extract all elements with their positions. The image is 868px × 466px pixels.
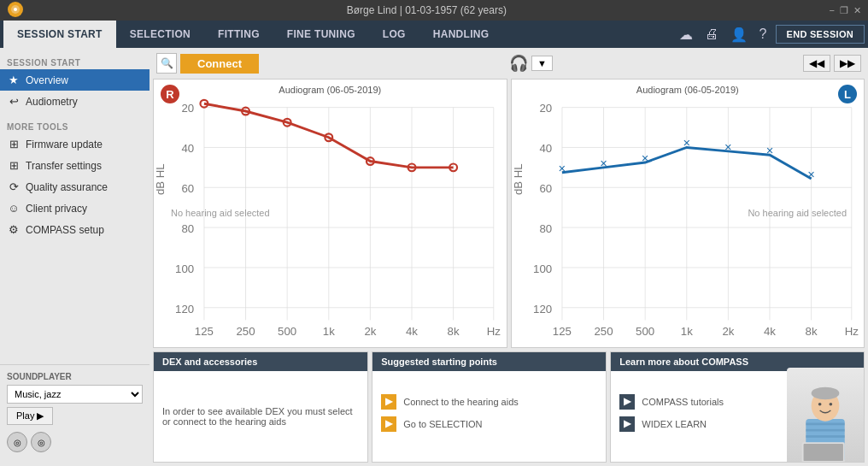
sound-player-select[interactable]: Music, jazz Speech Noise xyxy=(7,385,143,404)
svg-text:40: 40 xyxy=(181,142,194,155)
next-arrow-button[interactable]: ▶▶ xyxy=(834,55,861,72)
hearing-aid-dropdown[interactable]: ▼ xyxy=(531,56,553,71)
svg-text:80: 80 xyxy=(181,222,194,235)
svg-text:×: × xyxy=(558,162,566,175)
audiometry-icon: ↩ xyxy=(7,95,21,108)
right-no-ha-label: No hearing aid selected xyxy=(171,208,270,218)
privacy-icon: ☺ xyxy=(7,202,21,215)
svg-text:250: 250 xyxy=(594,325,613,338)
sidebar-item-audiometry[interactable]: ↩ Audiometry xyxy=(0,91,150,112)
left-audiogram-svg: 20 40 60 80 100 120 dB HL 125 250 500 1k… xyxy=(512,95,865,345)
audiograms-container: R Audiogram (06-05-2019) No hearing aid … xyxy=(153,79,865,348)
close-button[interactable]: ✕ xyxy=(853,5,861,16)
nav-bar: SESSION START SELECTION FITTING FINE TUN… xyxy=(0,21,868,48)
user-icon[interactable]: 👤 xyxy=(727,25,751,44)
main-area: SESSION START ★ Overview ↩ Audiometry MO… xyxy=(0,48,868,466)
hearing-aid-icon: 🎧 xyxy=(509,54,528,73)
svg-text:Hz: Hz xyxy=(487,325,501,338)
end-session-button[interactable]: END SESSION xyxy=(776,25,865,44)
left-ear-badge: L xyxy=(838,85,857,103)
dex-panel-body: In order to see available DEX you must s… xyxy=(154,371,367,462)
firmware-icon: ⊞ xyxy=(7,138,21,150)
suggested-item-selection-label: Go to SELECTION xyxy=(403,419,482,429)
svg-point-81 xyxy=(818,403,822,406)
cloud-icon[interactable]: ☁ xyxy=(676,25,696,44)
sidebar-item-privacy[interactable]: ☺ Client privacy xyxy=(0,198,150,219)
svg-point-80 xyxy=(812,387,840,400)
svg-text:500: 500 xyxy=(636,325,654,338)
connect-button[interactable]: Connect xyxy=(180,54,259,74)
title-bar: Børge Lind | 01-03-1957 (62 years) − ❐ ✕ xyxy=(0,0,868,21)
svg-rect-76 xyxy=(806,423,844,426)
svg-text:100: 100 xyxy=(175,262,194,275)
svg-text:250: 250 xyxy=(236,325,255,338)
nav-fine-tuning[interactable]: FINE TUNING xyxy=(273,21,369,48)
learn-arrow-1: ▶ xyxy=(619,394,635,410)
svg-text:×: × xyxy=(807,168,815,181)
svg-point-2 xyxy=(14,8,17,11)
sidebar: SESSION START ★ Overview ↩ Audiometry MO… xyxy=(0,48,150,466)
svg-text:2k: 2k xyxy=(722,325,734,338)
nav-log[interactable]: LOG xyxy=(369,21,419,48)
prev-arrow-button[interactable]: ◀◀ xyxy=(803,55,830,72)
sidebar-section-session: SESSION START xyxy=(0,55,150,69)
svg-text:dB HL: dB HL xyxy=(512,163,525,195)
left-no-ha-label: No hearing aid selected xyxy=(748,208,847,218)
sidebar-item-quality[interactable]: ⟳ Quality assurance xyxy=(0,176,150,198)
svg-text:×: × xyxy=(765,144,773,157)
hearing-aid-selector: 🎧 ▼ xyxy=(509,54,553,73)
suggested-item-connect[interactable]: ▶ Connect to the hearing aids xyxy=(381,394,597,410)
dex-panel: DEX and accessories In order to see avai… xyxy=(153,351,368,463)
sidebar-item-compass[interactable]: ⚙ COMPASS setup xyxy=(0,219,150,240)
learn-panel: Learn more about COMPASS ▶ COMPASS tutor… xyxy=(610,351,865,463)
svg-text:40: 40 xyxy=(539,142,552,155)
print-icon[interactable]: 🖨 xyxy=(701,25,722,44)
right-audiogram-svg: 20 40 60 80 100 120 dB HL 125 250 500 1k… xyxy=(154,95,507,345)
quality-icon: ⟳ xyxy=(7,180,21,193)
svg-text:80: 80 xyxy=(539,222,552,235)
compass-icon: ⚙ xyxy=(7,223,21,236)
suggested-arrow-2: ▶ xyxy=(381,416,396,432)
svg-text:×: × xyxy=(641,151,648,165)
left-ear-audiogram: L Audiogram (06-05-2019) No hearing aid … xyxy=(511,79,865,348)
search-icon[interactable]: 🔍 xyxy=(156,53,177,74)
svg-text:100: 100 xyxy=(533,262,552,275)
svg-rect-77 xyxy=(806,429,844,432)
svg-text:1k: 1k xyxy=(680,325,692,338)
nav-selection[interactable]: SELECTION xyxy=(116,21,204,48)
learn-arrow-2: ▶ xyxy=(619,416,635,432)
suggested-item-selection[interactable]: ▶ Go to SELECTION xyxy=(381,416,597,432)
svg-text:60: 60 xyxy=(539,182,552,195)
dex-panel-header: DEX and accessories xyxy=(154,352,367,371)
sound-icon-1[interactable]: ◎ xyxy=(7,432,27,452)
connect-bar: 🔍 Connect 🎧 ▼ ◀◀ ▶▶ xyxy=(153,51,865,75)
help-icon[interactable]: ? xyxy=(756,25,771,44)
minimize-button[interactable]: − xyxy=(830,5,835,16)
svg-text:Hz: Hz xyxy=(844,325,859,338)
transfer-icon: ⊞ xyxy=(7,159,21,172)
restore-button[interactable]: ❐ xyxy=(840,5,848,16)
sidebar-item-overview[interactable]: ★ Overview xyxy=(0,69,150,91)
sidebar-section-tools: MORE TOOLS xyxy=(0,119,150,133)
svg-text:60: 60 xyxy=(181,182,194,195)
nav-session-start[interactable]: SESSION START xyxy=(3,21,116,48)
nav-fitting[interactable]: FITTING xyxy=(204,21,273,48)
nav-handling[interactable]: HANDLING xyxy=(419,21,503,48)
svg-text:4k: 4k xyxy=(406,325,418,338)
window-title: Børge Lind | 01-03-1957 (62 years) xyxy=(347,4,507,16)
svg-text:120: 120 xyxy=(533,303,552,316)
app-logo xyxy=(7,1,24,21)
svg-text:20: 20 xyxy=(181,103,194,115)
star-icon: ★ xyxy=(7,74,21,86)
sound-icon-2[interactable]: ◎ xyxy=(31,432,51,452)
svg-text:125: 125 xyxy=(552,325,571,338)
svg-text:8k: 8k xyxy=(805,325,817,338)
sidebar-item-transfer[interactable]: ⊞ Transfer settings xyxy=(0,155,150,176)
suggested-panel-header: Suggested starting points xyxy=(372,352,606,371)
sidebar-item-firmware[interactable]: ⊞ Firmware update xyxy=(0,133,150,155)
left-audiogram-title: Audiogram (06-05-2019) xyxy=(512,80,865,95)
svg-text:500: 500 xyxy=(278,325,296,338)
suggested-panel: Suggested starting points ▶ Connect to t… xyxy=(372,351,607,463)
svg-text:20: 20 xyxy=(539,103,552,115)
play-button[interactable]: Play ▶ xyxy=(7,407,53,425)
